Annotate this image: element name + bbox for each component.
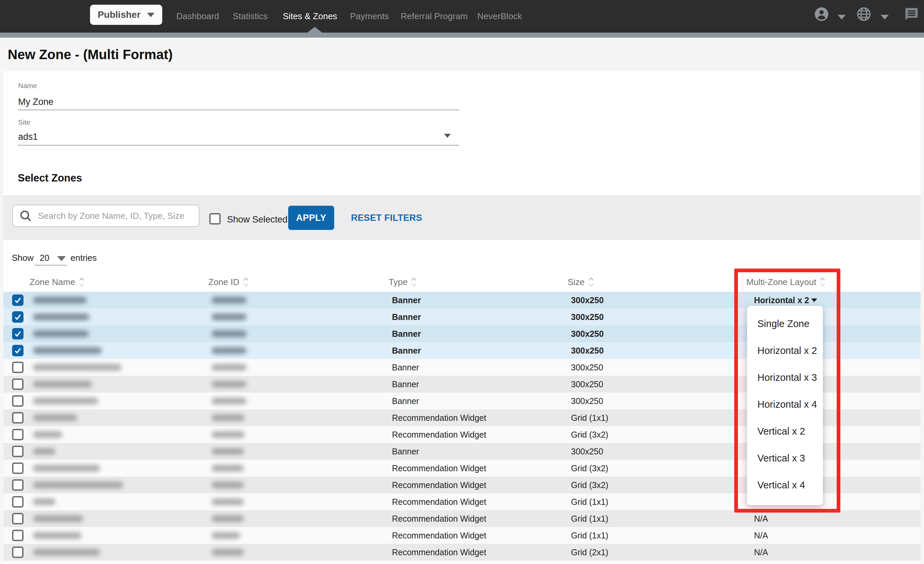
zone-id-redacted xyxy=(212,431,244,438)
nav-item-statistics[interactable]: Statistics xyxy=(233,0,268,33)
zone-size-cell: Grid (3x2) xyxy=(571,477,608,493)
chat-icon[interactable] xyxy=(904,7,919,23)
zone-type-cell: Recommendation Widget xyxy=(392,460,486,477)
zone-id-redacted xyxy=(212,314,246,320)
nav-item-sites-zones[interactable]: Sites & Zones xyxy=(283,0,337,33)
zone-size-cell: 300x250 xyxy=(571,443,603,460)
zone-name-redacted xyxy=(33,347,102,354)
table-row[interactable]: Recommendation WidgetGrid (1x1)N/A xyxy=(3,510,921,527)
layout-menu-option[interactable]: Single Zone xyxy=(747,310,823,337)
row-checkbox-checked[interactable] xyxy=(12,328,24,340)
sort-icon[interactable] xyxy=(819,277,826,287)
row-checkbox[interactable] xyxy=(12,513,24,524)
name-field-underline xyxy=(18,110,459,110)
name-field-label: Name xyxy=(18,82,37,90)
zone-size-cell: 300x250 xyxy=(571,342,604,359)
zone-name-redacted xyxy=(33,297,87,304)
zone-id-redacted xyxy=(212,482,244,488)
show-selected-checkbox[interactable] xyxy=(209,213,220,224)
zone-name-redacted xyxy=(33,398,98,405)
zone-type-cell: Recommendation Widget xyxy=(392,510,486,527)
row-checkbox[interactable] xyxy=(12,412,24,424)
zone-size-cell: 300x250 xyxy=(571,292,604,308)
zone-id-redacted xyxy=(212,448,244,455)
zone-type-cell: Banner xyxy=(392,342,421,359)
zone-size-cell: Grid (1x1) xyxy=(571,527,608,544)
name-field-input[interactable]: My Zone xyxy=(18,97,53,107)
sort-icon[interactable] xyxy=(243,277,249,287)
page-size-select[interactable]: 20 xyxy=(40,253,50,263)
chevron-down-icon xyxy=(147,13,154,17)
zone-id-redacted xyxy=(212,330,246,337)
zone-name-redacted xyxy=(33,532,82,539)
zone-id-redacted xyxy=(212,364,246,371)
table-row[interactable]: Recommendation WidgetGrid (1x1)N/A xyxy=(3,527,921,544)
zone-search-input[interactable] xyxy=(37,211,199,221)
row-checkbox-checked[interactable] xyxy=(12,295,24,306)
globe-icon[interactable] xyxy=(856,7,871,23)
layout-menu-option[interactable]: Vertical x 4 xyxy=(747,472,823,498)
nav-item-payments[interactable]: Payments xyxy=(350,0,389,33)
show-entries-prefix: Show xyxy=(12,253,34,263)
account-icon[interactable] xyxy=(814,7,829,23)
apply-button[interactable]: APPLY xyxy=(288,206,334,230)
zone-id-redacted xyxy=(212,381,246,388)
check-icon xyxy=(14,296,22,305)
row-checkbox[interactable] xyxy=(12,462,24,474)
account-chevron-down-icon[interactable] xyxy=(838,15,846,20)
zone-size-cell: 300x250 xyxy=(571,308,604,325)
layout-menu-option[interactable]: Horizontal x 2 xyxy=(747,337,823,364)
zone-size-cell: 300x250 xyxy=(571,393,603,409)
column-header-size[interactable]: Size xyxy=(568,272,594,292)
row-checkbox[interactable] xyxy=(12,395,24,407)
row-checkbox[interactable] xyxy=(12,530,24,541)
nav-item-neverblock[interactable]: NeverBlock xyxy=(477,0,522,33)
zone-name-redacted xyxy=(33,448,56,455)
table-row-partial xyxy=(3,561,921,564)
multi-zone-layout-na: N/A xyxy=(754,527,768,544)
zone-type-cell: Recommendation Widget xyxy=(392,426,486,443)
zone-id-redacted xyxy=(212,465,244,472)
row-checkbox[interactable] xyxy=(12,496,24,508)
zone-size-cell: Grid (3x2) xyxy=(571,460,608,477)
navbar-divider-band xyxy=(0,33,924,38)
row-checkbox[interactable] xyxy=(12,379,24,390)
table-row[interactable]: Recommendation WidgetGrid (2x1)N/A xyxy=(3,544,921,561)
zone-id-redacted xyxy=(212,498,244,505)
layout-menu-option[interactable]: Vertical x 2 xyxy=(747,418,823,445)
page-size-chevron-down-icon[interactable] xyxy=(57,256,66,261)
reset-filters-link[interactable]: RESET FILTERS xyxy=(351,213,422,223)
publisher-role-dropdown[interactable]: Publisher xyxy=(90,5,162,25)
site-select-value[interactable]: ads1 xyxy=(18,132,38,142)
zone-id-redacted xyxy=(212,515,244,522)
sort-icon[interactable] xyxy=(79,277,85,287)
column-header-zone-name[interactable]: Zone Name xyxy=(30,272,85,292)
row-checkbox[interactable] xyxy=(12,429,24,440)
row-checkbox[interactable] xyxy=(12,546,24,558)
site-select-chevron-down-icon[interactable] xyxy=(444,134,451,138)
nav-item-referral-program[interactable]: Referral Program xyxy=(401,0,468,33)
nav-item-dashboard[interactable]: Dashboard xyxy=(176,0,219,33)
row-checkbox[interactable] xyxy=(12,446,24,457)
column-header-zone-id[interactable]: Zone ID xyxy=(208,272,249,292)
row-checkbox[interactable] xyxy=(12,362,24,373)
row-checkbox[interactable] xyxy=(12,479,24,491)
zone-type-cell: Banner xyxy=(392,292,421,308)
row-checkbox-checked[interactable] xyxy=(12,311,24,323)
layout-menu-option[interactable]: Vertical x 3 xyxy=(747,445,823,472)
zone-type-cell: Recommendation Widget xyxy=(392,527,486,544)
column-header-label: Zone Name xyxy=(30,277,75,287)
zone-name-redacted xyxy=(33,314,89,320)
column-header-type[interactable]: Type xyxy=(388,272,417,292)
layout-menu-option[interactable]: Horizontal x 4 xyxy=(747,391,823,418)
column-header-multi-zone-layout[interactable]: Multi-Zone Layout xyxy=(746,272,826,292)
zone-search-box[interactable] xyxy=(12,205,200,227)
zone-id-redacted xyxy=(212,532,240,539)
column-header-label: Size xyxy=(568,277,585,287)
sort-icon[interactable] xyxy=(411,277,417,287)
zone-name-redacted xyxy=(33,515,83,522)
sort-icon[interactable] xyxy=(588,277,594,287)
language-chevron-down-icon[interactable] xyxy=(880,15,889,20)
layout-menu-option[interactable]: Horizontal x 3 xyxy=(747,364,823,391)
row-checkbox-checked[interactable] xyxy=(12,345,24,356)
